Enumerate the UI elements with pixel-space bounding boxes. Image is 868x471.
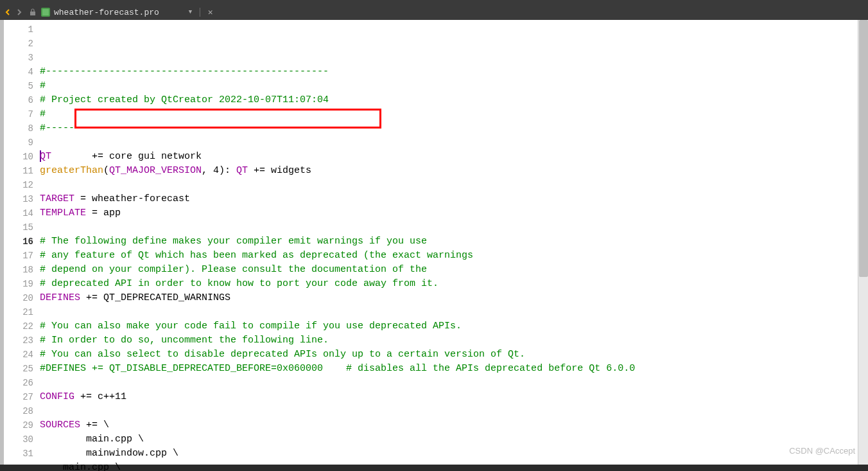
code-token: QT_MAJOR_VERSION [109, 165, 202, 176]
code-line[interactable]: #DEFINES += QT_DISABLE_DEPRECATED_BEFORE… [39, 362, 858, 376]
code-line[interactable]: # You can also make your code fail to co… [39, 319, 858, 333]
code-token: # You can also make your code fail to co… [40, 321, 462, 332]
code-token: # depend on your compiler). Please consu… [40, 264, 427, 275]
watermark-text: CSDN @CAccept [789, 446, 855, 456]
code-line[interactable]: # You can also select to disable depreca… [39, 348, 858, 362]
code-token: # In order to do so, uncomment the follo… [40, 335, 329, 346]
line-number[interactable]: 2 [4, 37, 33, 51]
nav-forward-button[interactable] [14, 7, 24, 17]
code-token: #---------------------------------------… [40, 66, 329, 77]
code-line[interactable]: DEFINES += QT_DEPRECATED_WARNINGS [39, 291, 858, 305]
line-number[interactable]: 19 [4, 277, 33, 291]
code-token: greaterThan [40, 165, 103, 176]
code-token: TEMPLATE [40, 208, 86, 218]
code-token: += \ [80, 420, 109, 431]
code-line[interactable] [39, 404, 858, 418]
code-token: # deprecated API in order to know how to… [40, 278, 438, 289]
code-line[interactable]: #---------------------------------------… [39, 65, 858, 79]
scrollbar-thumb[interactable] [859, 20, 868, 277]
code-line[interactable]: # [39, 79, 858, 93]
line-number[interactable]: 18 [4, 263, 33, 277]
code-token: += c++11 [74, 391, 126, 402]
code-token: mainwindow.cpp \ [40, 448, 178, 459]
vertical-scrollbar[interactable] [858, 20, 868, 465]
line-number[interactable]: 9 [4, 136, 33, 150]
line-number[interactable]: 21 [4, 305, 33, 319]
code-token: += widgets [248, 165, 311, 176]
line-number[interactable]: 27 [4, 390, 33, 404]
line-number[interactable]: 31 [4, 447, 33, 461]
code-line[interactable]: mainwindow.cpp \ [39, 447, 858, 461]
code-token: QT [40, 151, 51, 162]
code-line[interactable]: CONFIG += c++11 [39, 390, 858, 404]
code-line[interactable]: SOURCES += \ [39, 418, 858, 432]
line-number[interactable]: 29 [4, 418, 33, 432]
line-number[interactable]: 30 [4, 432, 33, 447]
svg-rect-0 [30, 12, 35, 15]
line-number[interactable]: 11 [4, 164, 33, 178]
line-number[interactable]: 14 [4, 206, 33, 220]
code-line[interactable] [39, 376, 858, 390]
code-token: = app [86, 208, 121, 218]
tab-close-button[interactable]: ✕ [208, 7, 213, 17]
code-token: # Project created by QtCreator 2022-10-0… [40, 94, 329, 105]
code-token: # The following define makes your compil… [40, 236, 427, 247]
code-line[interactable]: #---------------------------------------… [39, 121, 858, 136]
line-number[interactable]: 1 [4, 22, 33, 37]
code-token: main.cpp \ [40, 434, 144, 445]
line-number[interactable]: 6 [4, 93, 33, 107]
code-line[interactable]: TARGET = wheather-forecast [39, 192, 858, 206]
code-line[interactable]: # The following define makes your compil… [39, 235, 858, 249]
code-token: CONFIG [40, 391, 74, 402]
code-line[interactable]: main.cpp \ [39, 461, 858, 471]
code-token: # You can also select to disable depreca… [40, 349, 525, 360]
code-token: #DEFINES += QT_DISABLE_DEPRECATED_BEFORE… [40, 363, 635, 374]
nav-arrows [3, 7, 24, 17]
code-line[interactable]: TEMPLATE = app [39, 206, 858, 220]
nav-back-button[interactable] [3, 7, 13, 17]
line-number[interactable]: 5 [4, 79, 33, 93]
line-number[interactable]: 20 [4, 291, 33, 305]
line-number[interactable]: 13 [4, 192, 33, 206]
code-line[interactable]: # any feature of Qt which has been marke… [39, 249, 858, 263]
code-line[interactable] [39, 178, 858, 192]
code-line[interactable] [39, 220, 858, 235]
code-line[interactable]: # depend on your compiler). Please consu… [39, 263, 858, 277]
code-line[interactable]: # In order to do so, uncomment the follo… [39, 333, 858, 348]
line-number[interactable]: 17 [4, 249, 33, 263]
line-number[interactable]: 15 [4, 220, 33, 235]
line-number[interactable]: 10 [4, 150, 33, 164]
menu-bar[interactable] [0, 0, 868, 4]
code-token: QT [236, 165, 248, 176]
line-number[interactable]: 16 [4, 235, 33, 249]
line-number[interactable]: 26 [4, 376, 33, 390]
code-line[interactable]: # [39, 107, 858, 121]
code-token: = wheather-forecast [74, 193, 190, 204]
code-line[interactable]: main.cpp \ [39, 432, 858, 447]
code-line[interactable]: # deprecated API in order to know how to… [39, 277, 858, 291]
line-number[interactable]: 4 [4, 65, 33, 79]
code-token: SOURCES [40, 420, 80, 431]
code-line[interactable]: greaterThan(QT_MAJOR_VERSION, 4): QT += … [39, 164, 858, 178]
code-line[interactable] [39, 136, 858, 150]
line-number[interactable]: 23 [4, 333, 33, 348]
line-number[interactable]: 7 [4, 107, 33, 121]
code-line[interactable]: QT += core gui network [39, 150, 858, 164]
line-number[interactable]: 24 [4, 348, 33, 362]
code-token: # any feature of Qt which has been marke… [40, 250, 473, 261]
tab-dropdown-icon[interactable]: ▼ [189, 9, 192, 15]
line-number[interactable]: 3 [4, 51, 33, 65]
line-number[interactable]: 8 [4, 121, 33, 136]
code-token: += core gui network [51, 151, 202, 162]
code-area[interactable]: #---------------------------------------… [39, 20, 858, 465]
code-line[interactable]: # Project created by QtCreator 2022-10-0… [39, 93, 858, 107]
file-type-icon [41, 8, 50, 17]
tab-filename[interactable]: wheather-forecast.pro [54, 8, 159, 17]
line-number[interactable]: 22 [4, 319, 33, 333]
line-number[interactable]: 25 [4, 362, 33, 376]
line-number[interactable]: 12 [4, 178, 33, 192]
code-token: # [40, 109, 46, 120]
line-number-gutter[interactable]: 1234567891011121314151617181920212223242… [4, 20, 39, 465]
code-line[interactable] [39, 305, 858, 319]
line-number[interactable]: 28 [4, 404, 33, 418]
